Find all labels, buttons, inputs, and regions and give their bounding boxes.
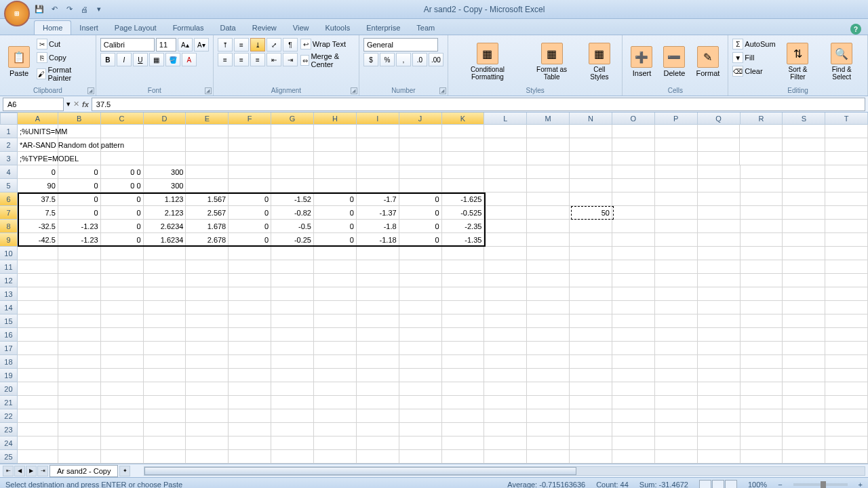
paste-button[interactable]: 📋 Paste — [4, 38, 34, 85]
format-painter-button[interactable]: 🖌Format Painter — [37, 65, 92, 83]
row-header-18[interactable]: 18 — [0, 355, 18, 369]
cell-D24[interactable] — [144, 436, 186, 450]
row-header-5[interactable]: 5 — [0, 179, 18, 192]
cell-H18[interactable] — [314, 355, 357, 369]
underline-button[interactable]: U — [133, 53, 148, 66]
row-header-25[interactable]: 25 — [0, 450, 18, 464]
cell-M22[interactable] — [527, 409, 570, 423]
cell-L13[interactable] — [484, 287, 527, 301]
cell-B14[interactable] — [58, 301, 101, 314]
cell-N13[interactable] — [570, 287, 612, 301]
cell-O22[interactable] — [612, 409, 655, 423]
cell-T24[interactable] — [825, 436, 868, 450]
cell-Q23[interactable] — [698, 423, 741, 436]
cell-E17[interactable] — [186, 342, 229, 355]
cell-F5[interactable] — [229, 179, 271, 192]
cell-G14[interactable] — [271, 301, 314, 314]
wrap-text-button[interactable]: ↩Wrap Text — [300, 38, 355, 50]
cell-E19[interactable] — [186, 369, 229, 382]
cell-E7[interactable]: 2.567 — [186, 206, 229, 220]
cell-I18[interactable] — [357, 355, 399, 369]
cell-D9[interactable]: 1.6234 — [144, 233, 186, 247]
cell-N10[interactable] — [570, 247, 612, 260]
cell-I2[interactable] — [357, 138, 399, 152]
cell-C11[interactable] — [101, 260, 144, 274]
font-color-button[interactable]: A — [182, 53, 197, 66]
cell-S15[interactable] — [783, 314, 825, 328]
cell-A12[interactable] — [18, 274, 58, 287]
row-header-22[interactable]: 22 — [0, 409, 18, 423]
cell-R21[interactable] — [741, 396, 783, 409]
cell-K13[interactable] — [442, 287, 485, 301]
cell-I6[interactable]: -1.7 — [357, 192, 399, 206]
cell-Q10[interactable] — [698, 247, 741, 260]
cell-H15[interactable] — [314, 314, 357, 328]
cell-L12[interactable] — [484, 274, 527, 287]
cell-L6[interactable] — [484, 192, 527, 206]
cell-P9[interactable] — [655, 233, 698, 247]
cell-S3[interactable] — [783, 152, 825, 165]
cell-T9[interactable] — [825, 233, 868, 247]
cell-L17[interactable] — [484, 342, 527, 355]
col-header-A[interactable]: A — [18, 113, 58, 125]
cell-J4[interactable] — [399, 165, 442, 179]
font-size-select[interactable]: 11 — [156, 38, 176, 52]
cell-I19[interactable] — [357, 369, 399, 382]
cell-S4[interactable] — [783, 165, 825, 179]
cell-K4[interactable] — [442, 165, 485, 179]
cell-H12[interactable] — [314, 274, 357, 287]
cell-J6[interactable]: 0 — [399, 192, 442, 206]
cell-A11[interactable] — [18, 260, 58, 274]
cell-N12[interactable] — [570, 274, 612, 287]
col-header-G[interactable]: G — [271, 113, 314, 125]
cell-R18[interactable] — [741, 355, 783, 369]
cell-R14[interactable] — [741, 301, 783, 314]
cell-K24[interactable] — [442, 436, 485, 450]
normal-view-button[interactable] — [699, 480, 711, 489]
cell-B10[interactable] — [58, 247, 101, 260]
cell-P18[interactable] — [655, 355, 698, 369]
col-header-B[interactable]: B — [58, 113, 101, 125]
cell-C14[interactable] — [101, 301, 144, 314]
cell-M11[interactable] — [527, 260, 570, 274]
currency-button[interactable]: $ — [363, 53, 378, 66]
fill-color-button[interactable]: 🪣 — [165, 53, 180, 66]
cell-S23[interactable] — [783, 423, 825, 436]
delete-cells-button[interactable]: ➖Delete — [659, 38, 689, 85]
cell-B20[interactable] — [58, 382, 101, 396]
cell-H4[interactable] — [314, 165, 357, 179]
cell-D13[interactable] — [144, 287, 186, 301]
cell-C25[interactable] — [101, 450, 144, 464]
cell-N15[interactable] — [570, 314, 612, 328]
cell-J22[interactable] — [399, 409, 442, 423]
cell-R22[interactable] — [741, 409, 783, 423]
cell-A16[interactable] — [18, 328, 58, 342]
cell-L1[interactable] — [484, 125, 527, 138]
cell-G6[interactable]: -1.52 — [271, 192, 314, 206]
cell-C2[interactable] — [101, 138, 144, 152]
row-header-14[interactable]: 14 — [0, 301, 18, 314]
cell-R15[interactable] — [741, 314, 783, 328]
cell-N8[interactable] — [570, 220, 612, 233]
cell-Q21[interactable] — [698, 396, 741, 409]
font-name-select[interactable]: Calibri — [100, 38, 155, 52]
cell-K1[interactable] — [442, 125, 485, 138]
cell-S18[interactable] — [783, 355, 825, 369]
cell-F17[interactable] — [229, 342, 271, 355]
cell-C20[interactable] — [101, 382, 144, 396]
align-top-button[interactable]: ⤒ — [218, 38, 233, 52]
cell-C9[interactable]: 0 — [101, 233, 144, 247]
cell-K2[interactable] — [442, 138, 485, 152]
cut-button[interactable]: ✂Cut — [37, 38, 92, 50]
cell-T12[interactable] — [825, 274, 868, 287]
cell-I13[interactable] — [357, 287, 399, 301]
cell-C16[interactable] — [101, 328, 144, 342]
cell-R6[interactable] — [741, 192, 783, 206]
row-header-13[interactable]: 13 — [0, 287, 18, 301]
cell-Q5[interactable] — [698, 179, 741, 192]
cell-J9[interactable]: 0 — [399, 233, 442, 247]
cell-G22[interactable] — [271, 409, 314, 423]
cell-M18[interactable] — [527, 355, 570, 369]
col-header-P[interactable]: P — [655, 113, 698, 125]
cell-I1[interactable] — [357, 125, 399, 138]
